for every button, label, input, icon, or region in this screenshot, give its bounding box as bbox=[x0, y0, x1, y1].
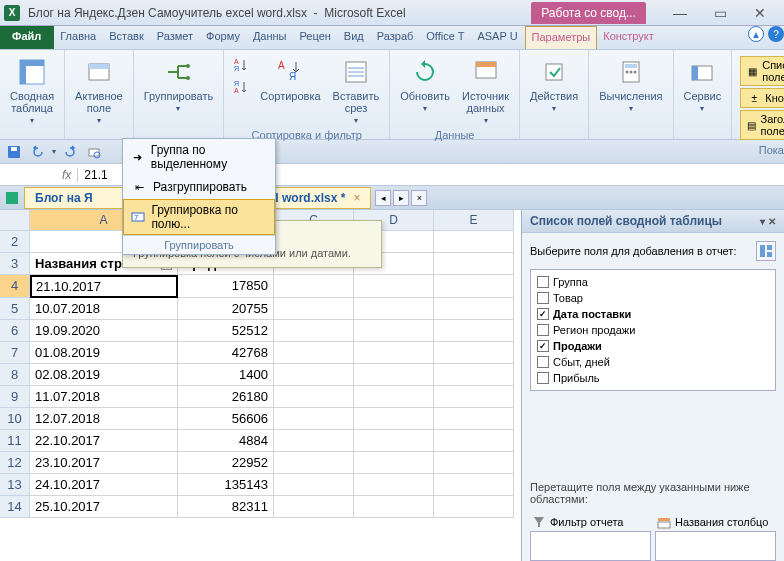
cell[interactable] bbox=[354, 496, 434, 518]
group-by-selection-item[interactable]: ➜ Группа по выделенному bbox=[123, 139, 275, 175]
cell[interactable]: 135143 bbox=[178, 474, 274, 496]
row-header[interactable]: 8 bbox=[0, 364, 30, 386]
cell[interactable]: 82311 bbox=[178, 496, 274, 518]
row-header[interactable]: 12 bbox=[0, 452, 30, 474]
data-source-button[interactable]: Источник данных▾ bbox=[458, 54, 513, 127]
tab-view[interactable]: Вид bbox=[338, 26, 371, 49]
tab-next-button[interactable]: ▸ bbox=[393, 190, 409, 206]
tab-office[interactable]: Office T bbox=[420, 26, 471, 49]
cell[interactable]: 22952 bbox=[178, 452, 274, 474]
cell[interactable]: 23.10.2017 bbox=[30, 452, 178, 474]
tab-prev-button[interactable]: ◂ bbox=[375, 190, 391, 206]
row-header[interactable]: 5 bbox=[0, 298, 30, 320]
formula-value[interactable]: 21.1 bbox=[78, 168, 113, 182]
cell[interactable] bbox=[274, 408, 354, 430]
cell[interactable] bbox=[354, 275, 434, 298]
cell[interactable] bbox=[434, 452, 514, 474]
tab-asap[interactable]: ASAP U bbox=[471, 26, 524, 49]
cell[interactable] bbox=[274, 386, 354, 408]
cell[interactable]: 25.10.2017 bbox=[30, 496, 178, 518]
checkbox[interactable] bbox=[537, 324, 549, 336]
close-tab-icon[interactable]: × bbox=[353, 191, 360, 205]
ribbon-pin-icon[interactable]: ▲ bbox=[748, 26, 764, 42]
cell[interactable] bbox=[434, 231, 514, 253]
field-item[interactable]: Регион продажи bbox=[535, 322, 771, 338]
row-header[interactable]: 13 bbox=[0, 474, 30, 496]
cell[interactable]: 11.07.2018 bbox=[30, 386, 178, 408]
cell[interactable]: 17850 bbox=[178, 275, 274, 298]
field-item[interactable]: Группа bbox=[535, 274, 771, 290]
cell[interactable]: 42768 bbox=[178, 342, 274, 364]
row-header[interactable]: 3 bbox=[0, 253, 30, 275]
cell[interactable]: 22.10.2017 bbox=[30, 430, 178, 452]
checkbox[interactable] bbox=[537, 356, 549, 368]
cell[interactable] bbox=[434, 275, 514, 298]
help-icon[interactable]: ? bbox=[768, 26, 784, 42]
tab-data[interactable]: Данны bbox=[247, 26, 294, 49]
maximize-button[interactable]: ▭ bbox=[706, 5, 734, 21]
cell[interactable] bbox=[274, 298, 354, 320]
cell[interactable]: 4884 bbox=[178, 430, 274, 452]
tab-pivot-options[interactable]: Параметры bbox=[525, 26, 598, 49]
field-item[interactable]: ✓Дата поставки bbox=[535, 306, 771, 322]
col-header-e[interactable]: E bbox=[434, 210, 514, 231]
fx-label[interactable]: fx bbox=[56, 168, 78, 182]
cell[interactable] bbox=[354, 408, 434, 430]
select-all-corner[interactable] bbox=[0, 210, 30, 231]
sort-asc-button[interactable]: АЯ bbox=[231, 55, 251, 75]
redo-button[interactable] bbox=[60, 142, 80, 162]
cell[interactable] bbox=[434, 320, 514, 342]
cell[interactable]: 10.07.2018 bbox=[30, 298, 178, 320]
cell[interactable] bbox=[274, 452, 354, 474]
cell[interactable] bbox=[354, 320, 434, 342]
calculations-button[interactable]: Вычисления▾ bbox=[595, 54, 666, 115]
group-by-field-item[interactable]: 7 Группировка по полю... bbox=[123, 199, 275, 235]
cell[interactable]: 52512 bbox=[178, 320, 274, 342]
columns-drop-zone[interactable] bbox=[655, 531, 776, 561]
cell[interactable] bbox=[274, 364, 354, 386]
tab-pivot-design[interactable]: Конструкт bbox=[597, 26, 661, 49]
cell[interactable] bbox=[434, 408, 514, 430]
close-button[interactable]: ✕ bbox=[746, 5, 774, 21]
tab-layout[interactable]: Размет bbox=[151, 26, 200, 49]
tab-home[interactable]: Главна bbox=[54, 26, 103, 49]
ungroup-item[interactable]: ⇤ Разгруппировать bbox=[123, 175, 275, 199]
cell[interactable]: 20755 bbox=[178, 298, 274, 320]
cell[interactable]: 56606 bbox=[178, 408, 274, 430]
service-button[interactable]: Сервис▾ bbox=[680, 54, 726, 115]
tab-file[interactable]: Файл bbox=[0, 26, 54, 49]
plus-minus-toggle[interactable]: ±Кнопки +/- bbox=[740, 88, 784, 108]
row-header[interactable]: 2 bbox=[0, 231, 30, 253]
sort-desc-button[interactable]: ЯА bbox=[231, 77, 251, 97]
cell[interactable] bbox=[434, 430, 514, 452]
cell[interactable]: 1400 bbox=[178, 364, 274, 386]
row-header[interactable]: 10 bbox=[0, 408, 30, 430]
cell[interactable] bbox=[274, 430, 354, 452]
sort-button[interactable]: АЯ Сортировка bbox=[256, 54, 324, 104]
cell[interactable] bbox=[274, 474, 354, 496]
field-item[interactable]: Прибыль bbox=[535, 370, 771, 386]
minimize-button[interactable]: — bbox=[666, 5, 694, 21]
refresh-button[interactable]: Обновить▾ bbox=[396, 54, 454, 115]
undo-dropdown[interactable]: ▾ bbox=[52, 147, 56, 156]
task-pane-menu-icon[interactable]: ▾ ✕ bbox=[760, 216, 776, 227]
cell[interactable]: 24.10.2017 bbox=[30, 474, 178, 496]
row-header[interactable]: 11 bbox=[0, 430, 30, 452]
cell[interactable] bbox=[274, 496, 354, 518]
cell[interactable]: 12.07.2018 bbox=[30, 408, 178, 430]
cell[interactable] bbox=[354, 474, 434, 496]
cell[interactable] bbox=[434, 364, 514, 386]
checkbox[interactable] bbox=[537, 292, 549, 304]
save-button[interactable] bbox=[4, 142, 24, 162]
cell[interactable] bbox=[434, 496, 514, 518]
checkbox[interactable] bbox=[537, 372, 549, 384]
print-preview-button[interactable] bbox=[84, 142, 104, 162]
cell[interactable] bbox=[354, 364, 434, 386]
active-field-button[interactable]: Активное поле▾ bbox=[71, 54, 127, 127]
cell[interactable] bbox=[354, 430, 434, 452]
cell[interactable] bbox=[274, 320, 354, 342]
cell[interactable] bbox=[434, 253, 514, 275]
checkbox[interactable]: ✓ bbox=[537, 340, 549, 352]
row-header[interactable]: 14 bbox=[0, 496, 30, 518]
field-headers-toggle[interactable]: ▤Заголовки полей bbox=[740, 110, 784, 140]
